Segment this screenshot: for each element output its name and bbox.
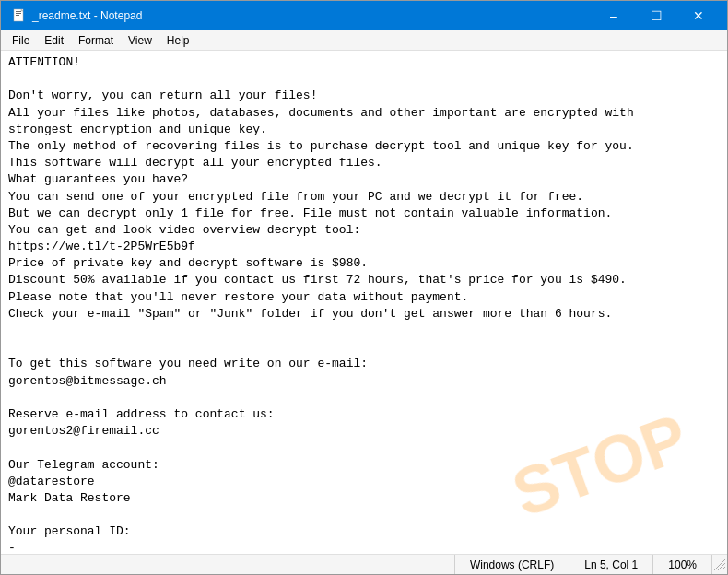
text-container: STOP [1, 51, 727, 554]
status-empty [1, 555, 455, 574]
menu-edit[interactable]: Edit [37, 32, 71, 49]
menu-format[interactable]: Format [71, 32, 121, 49]
menu-file[interactable]: File [5, 32, 37, 49]
title-bar: _readme.txt - Notepad – ☐ ✕ [1, 1, 727, 30]
title-bar-left: _readme.txt - Notepad [12, 8, 142, 23]
svg-line-6 [718, 563, 725, 570]
status-encoding: Windows (CRLF) [455, 555, 569, 574]
minimize-button[interactable]: – [593, 1, 635, 30]
title-buttons: – ☐ ✕ [593, 1, 720, 30]
status-zoom: 100% [653, 555, 712, 574]
svg-rect-1 [16, 11, 21, 12]
svg-rect-3 [16, 15, 19, 16]
maximize-button[interactable]: ☐ [635, 1, 677, 30]
status-line-col: Ln 5, Col 1 [569, 555, 653, 574]
menu-help[interactable]: Help [159, 32, 197, 49]
notepad-icon [12, 8, 27, 23]
close-button[interactable]: ✕ [677, 1, 720, 30]
resize-icon [712, 557, 727, 572]
svg-line-7 [722, 567, 725, 570]
menu-bar: File Edit Format View Help [1, 30, 727, 51]
window-title: _readme.txt - Notepad [32, 9, 142, 22]
text-editor[interactable] [1, 51, 727, 554]
status-bar: Windows (CRLF) Ln 5, Col 1 100% [1, 554, 727, 574]
menu-view[interactable]: View [121, 32, 159, 49]
notepad-window: _readme.txt - Notepad – ☐ ✕ File Edit Fo… [0, 0, 728, 575]
svg-rect-2 [16, 13, 21, 14]
